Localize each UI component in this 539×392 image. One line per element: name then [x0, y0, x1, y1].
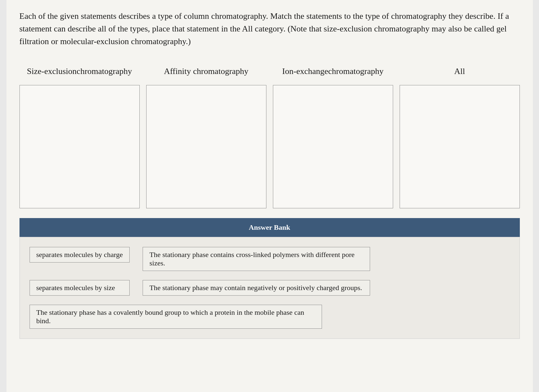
answer-item-3[interactable]: separates molecules by size	[30, 280, 130, 296]
column-ion-exchange: Ion-exchange chromatography	[273, 61, 393, 208]
column-size-exclusion: Size-exclusion chromatography	[19, 61, 140, 208]
columns-area: Size-exclusion chromatography Affinity c…	[19, 61, 520, 208]
answer-bank-area: separates molecules by charge The statio…	[19, 237, 520, 339]
answer-item-5[interactable]: The stationary phase has a covalently bo…	[30, 305, 322, 329]
drop-zone-size-exclusion[interactable]	[19, 85, 140, 208]
column-header-size-exclusion: Size-exclusion chromatography	[27, 61, 132, 82]
column-header-ion-exchange: Ion-exchange chromatography	[282, 61, 384, 82]
column-affinity: Affinity chromatography	[146, 61, 266, 208]
column-header-all: All	[454, 61, 465, 82]
drop-zone-affinity[interactable]	[146, 85, 266, 208]
instructions-text: Each of the given statements describes a…	[19, 10, 520, 48]
bottom-section: Answer Bank separates molecules by charg…	[19, 218, 520, 339]
column-all: All	[400, 61, 520, 208]
answer-bank-header: Answer Bank	[19, 218, 520, 237]
answer-bank-bottom: The stationary phase has a covalently bo…	[30, 305, 510, 329]
drop-zone-ion-exchange[interactable]	[273, 85, 393, 208]
answer-item-2[interactable]: The stationary phase contains cross-link…	[143, 247, 370, 271]
answer-bank-grid: separates molecules by charge The statio…	[30, 247, 510, 296]
page-container: Each of the given statements describes a…	[6, 0, 533, 392]
column-header-affinity: Affinity chromatography	[164, 61, 248, 82]
answer-item-4[interactable]: The stationary phase may contain negativ…	[143, 280, 370, 296]
drop-zone-all[interactable]	[400, 85, 520, 208]
answer-item-1[interactable]: separates molecules by charge	[30, 247, 130, 263]
